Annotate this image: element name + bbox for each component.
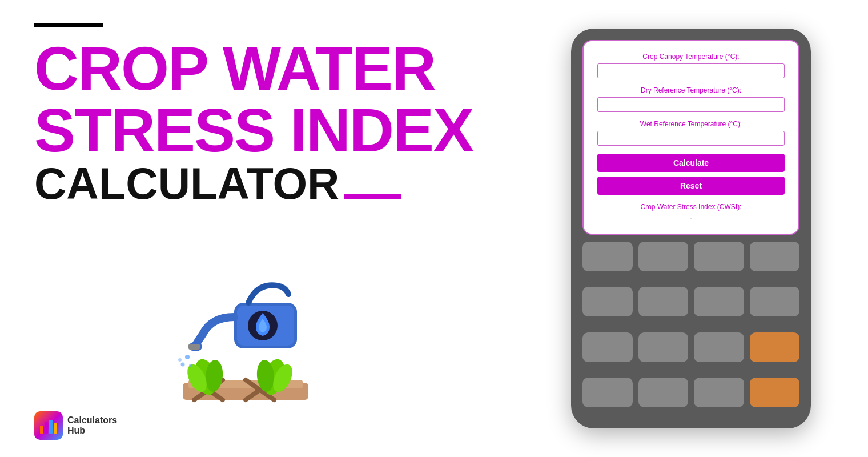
- top-bar-decoration: [34, 23, 103, 27]
- left-section: CROP WATER STRESS INDEX CALCULATOR: [0, 0, 514, 457]
- key-16-orange[interactable]: [750, 378, 800, 407]
- svg-rect-24: [54, 423, 57, 434]
- svg-point-17: [189, 364, 192, 367]
- field-group-wet: Wet Reference Temperature (°C):: [597, 120, 785, 146]
- right-section: Crop Canopy Temperature (°C): Dry Refere…: [514, 0, 868, 457]
- logo-text-block: Calculators Hub: [67, 415, 117, 435]
- key-13[interactable]: [582, 378, 633, 407]
- key-6[interactable]: [638, 287, 689, 316]
- calculator-screen: Crop Canopy Temperature (°C): Dry Refere…: [582, 40, 799, 235]
- key-3[interactable]: [694, 242, 744, 271]
- svg-rect-20: [188, 344, 200, 350]
- key-14[interactable]: [638, 378, 689, 407]
- canopy-label: Crop Canopy Temperature (°C):: [597, 53, 785, 61]
- dry-input[interactable]: [597, 97, 785, 112]
- watering-illustration: [148, 234, 343, 423]
- wet-input[interactable]: [597, 131, 785, 146]
- svg-point-16: [181, 363, 185, 367]
- reset-button[interactable]: Reset: [597, 177, 785, 195]
- logo-sub: Hub: [67, 426, 117, 436]
- key-12-orange[interactable]: [750, 332, 800, 362]
- title-line2: STRESS INDEX: [34, 99, 480, 161]
- wet-label: Wet Reference Temperature (°C):: [597, 120, 785, 128]
- title-line3: CALCULATOR: [34, 161, 339, 206]
- calculator-device: Crop Canopy Temperature (°C): Dry Refere…: [571, 29, 811, 428]
- dry-label: Dry Reference Temperature (°C):: [597, 86, 785, 94]
- svg-rect-23: [49, 420, 53, 434]
- result-label: Crop Water Stress Index (CWSI):: [597, 203, 785, 211]
- key-2[interactable]: [638, 242, 689, 271]
- key-11[interactable]: [694, 332, 744, 362]
- field-group-dry: Dry Reference Temperature (°C):: [597, 86, 785, 112]
- logo: Calculators Hub: [34, 411, 117, 440]
- key-10[interactable]: [638, 332, 689, 362]
- title-line1: CROP WATER: [34, 38, 480, 99]
- key-8[interactable]: [750, 287, 800, 316]
- svg-point-18: [178, 358, 182, 362]
- field-group-canopy: Crop Canopy Temperature (°C):: [597, 53, 785, 78]
- calculate-button[interactable]: Calculate: [597, 154, 785, 172]
- svg-rect-22: [45, 422, 48, 434]
- key-5[interactable]: [582, 287, 633, 316]
- key-7[interactable]: [694, 287, 744, 316]
- logo-name: Calculators: [67, 415, 117, 426]
- title-block: CROP WATER STRESS INDEX CALCULATOR: [34, 38, 480, 206]
- keypad: [582, 242, 799, 417]
- underline-decoration: [344, 194, 401, 199]
- canopy-input[interactable]: [597, 63, 785, 78]
- logo-icon: [34, 411, 63, 440]
- key-15[interactable]: [694, 378, 744, 407]
- key-9[interactable]: [582, 332, 633, 362]
- key-1[interactable]: [582, 242, 633, 271]
- key-4[interactable]: [750, 242, 800, 271]
- result-value: -: [597, 213, 785, 222]
- svg-rect-21: [40, 426, 43, 434]
- svg-point-15: [185, 355, 190, 359]
